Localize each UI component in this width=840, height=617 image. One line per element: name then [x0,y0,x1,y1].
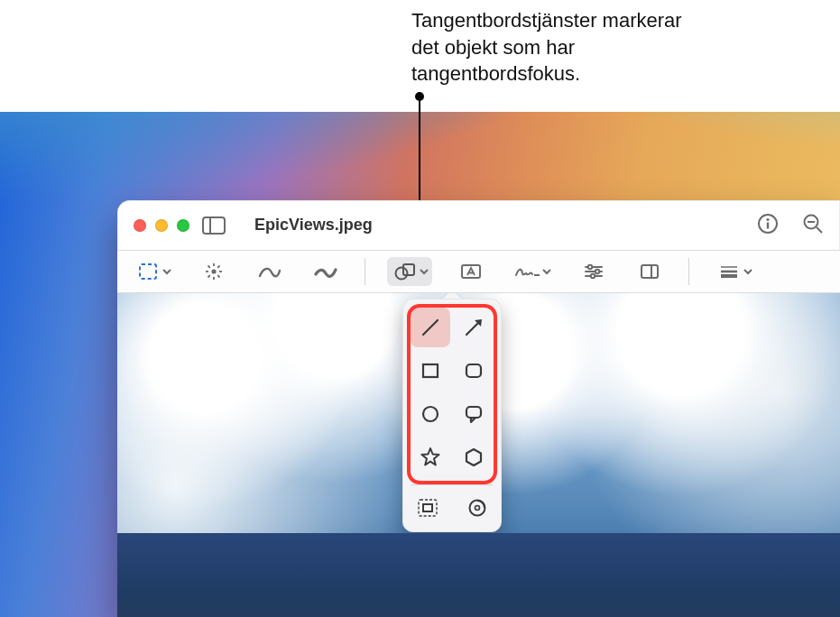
sketch-tool[interactable] [253,257,287,286]
svg-point-23 [588,265,592,269]
window-title: EpicViews.jpeg [254,216,373,235]
selection-tool[interactable] [130,257,175,286]
line-shape[interactable] [411,308,450,347]
text-icon [460,262,482,281]
chevron-down-icon [743,268,752,275]
zoom-button[interactable] [177,219,189,232]
star-shape[interactable] [411,437,450,477]
signature-icon [514,263,541,280]
svg-rect-36 [466,364,481,377]
minimize-button[interactable] [155,219,168,232]
text-tool[interactable] [454,257,488,286]
line-style-tool[interactable] [711,257,756,286]
sliders-icon [583,263,605,280]
info-icon [757,213,779,235]
crop-icon [639,262,660,281]
svg-rect-35 [423,364,438,377]
rectangle-icon [419,359,442,382]
rounded-rectangle-shape[interactable] [454,351,494,391]
hexagon-icon [462,446,485,469]
titlebar-right-group [757,213,824,238]
svg-point-18 [396,268,408,280]
instant-alpha-tool[interactable] [197,257,231,286]
selection-icon [138,262,158,281]
draw-icon [314,263,337,280]
svg-line-34 [466,322,479,335]
zoom-out-button[interactable] [802,213,824,238]
close-button[interactable] [134,219,146,232]
loupe-tool[interactable] [459,493,494,523]
oval-shape[interactable] [411,394,450,434]
toolbar-separator [365,258,365,285]
mask-icon [416,497,439,519]
speech-bubble-shape[interactable] [454,394,494,434]
svg-line-16 [217,266,219,268]
toolbar-separator [688,258,689,285]
svg-rect-8 [140,264,156,279]
line-icon [419,316,442,339]
window-titlebar: EpicViews.jpeg [117,200,840,251]
speech-bubble-icon [462,402,485,426]
sidebar-button[interactable] [202,216,226,235]
markup-toolbar [117,251,840,293]
svg-line-17 [208,275,210,277]
svg-line-33 [423,320,438,335]
shapes-icon [394,262,416,281]
chevron-down-icon [420,268,429,275]
crop-tool[interactable] [632,257,667,286]
svg-marker-39 [466,449,481,465]
instant-alpha-icon [204,262,224,281]
svg-line-6 [817,227,822,233]
svg-rect-0 [203,217,225,234]
shapes-grid [410,308,494,477]
svg-rect-41 [423,504,432,511]
oval-icon [419,402,442,426]
svg-rect-38 [466,407,481,418]
chevron-down-icon [162,268,171,275]
draw-tool[interactable] [309,257,343,286]
mask-tool[interactable] [410,493,445,523]
star-icon [419,446,442,469]
callout-text: Tangentbordstjänster markerar det objekt… [411,7,682,87]
svg-line-14 [208,266,210,268]
svg-point-3 [766,217,769,220]
shapes-tool[interactable] [387,257,432,286]
svg-rect-40 [419,500,437,516]
sketch-icon [258,263,282,280]
rectangle-shape[interactable] [411,351,450,391]
svg-rect-28 [642,265,658,278]
zoom-out-icon [802,213,824,235]
chevron-down-icon [542,268,551,275]
arrow-icon [462,316,485,339]
rounded-rectangle-icon [462,359,485,382]
preview-window: EpicViews.jpeg [117,200,840,617]
info-button[interactable] [757,213,779,238]
image-canvas[interactable] [117,293,840,617]
loupe-icon [466,497,489,519]
svg-point-43 [475,506,479,511]
line-weight-icon [718,264,740,279]
svg-point-9 [211,269,216,273]
svg-rect-4 [767,222,769,228]
polygon-shape[interactable] [454,437,494,477]
svg-point-37 [423,407,438,421]
svg-point-25 [595,270,599,273]
shapes-popover [402,299,502,532]
popover-separator [411,484,493,485]
arrow-shape[interactable] [454,308,494,347]
svg-line-15 [217,275,219,277]
window-controls [134,219,189,232]
adjust-color-tool[interactable] [577,257,611,286]
sign-tool[interactable] [510,257,555,286]
popover-extras [410,493,494,525]
svg-point-27 [591,274,595,278]
